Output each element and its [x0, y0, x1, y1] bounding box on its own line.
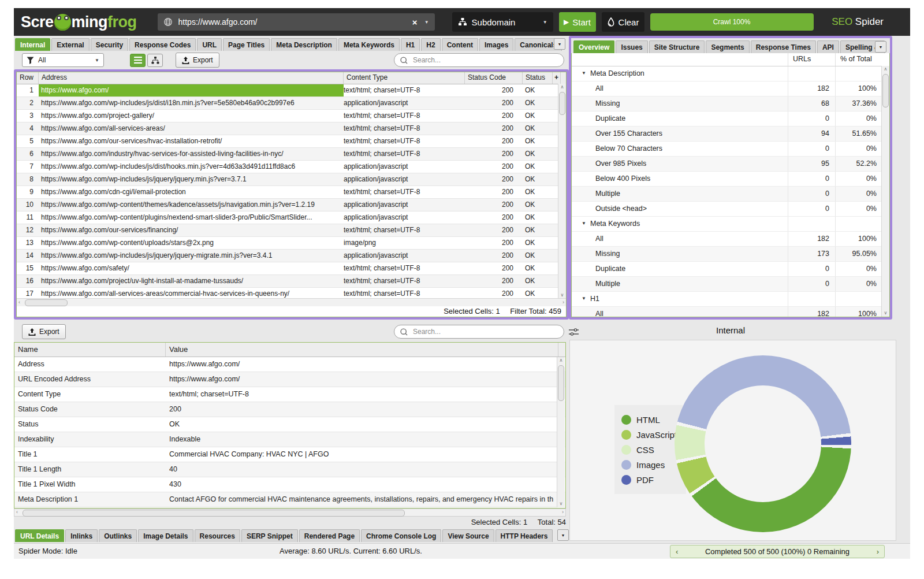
scroll-left-icon[interactable]: ‹ — [18, 299, 20, 306]
address-cell[interactable]: https://www.afgo.com/our-services/hvac-i… — [39, 135, 344, 147]
crawl-mode-select[interactable]: Subdomain ▼ — [452, 12, 553, 32]
details-row[interactable]: Title 1Commercial HVAC Company: HVAC NYC… — [14, 447, 565, 462]
overview-row[interactable]: Over 155 Characters9451.65% — [572, 127, 889, 142]
details-row[interactable]: Content Typetext/html; charset=UTF-8 — [14, 387, 565, 402]
collapse-caret-icon[interactable] — [582, 232, 590, 246]
details-row[interactable]: Title 1 Pixel Width430 — [14, 477, 565, 492]
address-cell[interactable]: https://www.afgo.com/wp-includes/js/jque… — [39, 173, 344, 185]
table-row[interactable]: 1https://www.afgo.com/text/html; charset… — [17, 84, 566, 97]
address-cell[interactable]: https://www.afgo.com/all-services-areas/ — [39, 123, 344, 135]
collapse-caret-icon[interactable] — [582, 112, 590, 126]
search-input[interactable] — [412, 327, 558, 336]
bottom-tab[interactable]: Rendered Page — [299, 529, 360, 542]
column-header-address[interactable]: Address — [39, 72, 344, 84]
address-cell[interactable]: https://www.afgo.com/our-services/financ… — [39, 224, 344, 236]
overview-row[interactable]: Multiple00% — [572, 187, 889, 202]
main-tab[interactable]: Internal — [15, 38, 50, 51]
bottom-tab[interactable]: Image Details — [138, 529, 193, 542]
bottom-tab[interactable]: Inlinks — [65, 529, 98, 542]
table-row[interactable]: 2https://www.afgo.com/wp-includes/js/dis… — [17, 97, 566, 110]
address-cell[interactable]: https://www.afgo.com/cdn-cgi/l/email-pro… — [39, 186, 344, 198]
overview-tab[interactable]: Response Times — [751, 40, 816, 53]
scroll-up-icon[interactable]: ∧ — [561, 84, 564, 91]
address-cell[interactable]: https://www.afgo.com/wp-content/uploads/… — [39, 237, 344, 249]
table-row[interactable]: 9https://www.afgo.com/cdn-cgi/l/email-pr… — [17, 186, 566, 199]
collapse-caret-icon[interactable] — [582, 187, 590, 201]
overview-row[interactable]: Missing6837.36% — [572, 96, 889, 112]
scroll-right-icon[interactable]: › — [562, 299, 564, 306]
collapse-caret-icon[interactable]: ▼ — [582, 217, 590, 231]
overview-row[interactable]: All182100% — [572, 232, 889, 247]
horizontal-scrollbar[interactable]: ‹ › — [14, 509, 566, 517]
legend-entry[interactable]: Images — [621, 457, 677, 472]
main-tab[interactable]: Security — [91, 38, 128, 51]
legend-entry[interactable]: JavaScript — [621, 427, 677, 442]
details-row[interactable]: Addresshttps://www.afgo.com/ — [14, 357, 565, 372]
details-row[interactable]: Title 1 Length40 — [14, 462, 565, 477]
overview-row[interactable]: ▼Meta Keywords — [572, 217, 889, 232]
details-row[interactable]: StatusOK — [14, 417, 565, 432]
main-tab[interactable]: Content — [442, 38, 478, 51]
main-tabs-overflow-button[interactable]: ▼ — [554, 38, 565, 50]
address-cell[interactable]: https://www.afgo.com/project/uv-light-in… — [39, 275, 344, 287]
collapse-caret-icon[interactable]: ▼ — [582, 292, 590, 306]
column-header-urls[interactable]: URLs — [788, 53, 835, 66]
overview-row[interactable]: Multiple00% — [572, 277, 889, 292]
horizontal-scrollbar[interactable]: ‹ › — [17, 298, 566, 306]
legend-entry[interactable]: CSS — [621, 442, 677, 457]
address-cell[interactable]: https://www.afgo.com/wp-includes/js/jque… — [39, 250, 344, 262]
main-tab[interactable]: H1 — [401, 38, 420, 51]
vertical-scrollbar[interactable]: ∧ ∨ — [558, 84, 566, 299]
table-row[interactable]: 6https://www.afgo.com/industry/hvac-serv… — [17, 148, 566, 161]
overview-row[interactable]: Below 70 Characters00% — [572, 142, 889, 157]
clear-url-icon[interactable]: × — [412, 17, 418, 27]
overview-tab[interactable]: API — [817, 40, 839, 53]
column-header-value[interactable]: Value — [166, 343, 558, 357]
scroll-left-icon[interactable]: ‹ — [16, 509, 18, 515]
column-header-pct[interactable]: % of Total — [835, 53, 882, 66]
address-cell[interactable]: https://www.afgo.com/wp-includes/js/dist… — [39, 161, 344, 173]
column-header-name[interactable]: Name — [14, 343, 166, 357]
address-cell[interactable]: https://www.afgo.com/project-gallery/ — [39, 110, 344, 122]
export-button[interactable]: Export — [22, 324, 66, 339]
export-button[interactable]: Export — [176, 53, 219, 68]
scroll-up-icon[interactable]: ∧ — [884, 66, 888, 73]
filter-select[interactable]: All ▼ — [22, 53, 104, 67]
overview-tab[interactable]: Segments — [706, 40, 749, 53]
table-row[interactable]: 4https://www.afgo.com/all-services-areas… — [17, 123, 566, 135]
table-row[interactable]: 12https://www.afgo.com/our-services/fina… — [17, 224, 566, 237]
overview-tab[interactable]: Overview — [573, 40, 614, 53]
column-header-status[interactable]: Status — [523, 72, 553, 84]
url-input[interactable] — [177, 17, 412, 27]
scroll-up-icon[interactable]: ∧ — [560, 357, 563, 364]
table-row[interactable]: 10https://www.afgo.com/wp-content/themes… — [17, 199, 566, 211]
main-tab[interactable]: Meta Description — [271, 38, 337, 51]
collapse-caret-icon[interactable] — [582, 262, 590, 276]
address-cell[interactable]: https://www.afgo.com/wp-content/themes/k… — [39, 199, 344, 211]
collapse-caret-icon[interactable]: ▼ — [582, 66, 590, 81]
bottom-tab[interactable]: URL Details — [15, 529, 64, 542]
collapse-caret-icon[interactable] — [582, 81, 590, 96]
address-cell[interactable]: https://www.afgo.com/industry/hvac-servi… — [39, 148, 344, 160]
clear-button[interactable]: Clear — [602, 12, 644, 32]
table-row[interactable]: 17https://www.afgo.com/all-services-area… — [17, 288, 566, 298]
table-row[interactable]: 7https://www.afgo.com/wp-includes/js/dis… — [17, 161, 566, 173]
vertical-scrollbar[interactable]: ∧ ∨ — [557, 357, 565, 507]
table-row[interactable]: 13https://www.afgo.com/wp-content/upload… — [17, 237, 566, 250]
bottom-tab[interactable]: HTTP Headers — [495, 529, 553, 542]
search-box[interactable] — [394, 325, 564, 339]
list-view-button[interactable] — [130, 54, 146, 67]
address-cell[interactable]: https://www.afgo.com/wp-includes/js/dist… — [39, 97, 344, 109]
url-bar[interactable]: × ▼ — [158, 13, 435, 31]
scrollbar-thumb[interactable] — [25, 299, 68, 306]
bottom-tab[interactable]: View Source — [442, 529, 494, 542]
overview-row[interactable]: Duplicate00% — [572, 112, 889, 127]
start-button[interactable]: ▶ Start — [559, 12, 596, 32]
scrollbar-thumb[interactable] — [558, 365, 564, 401]
scroll-down-icon[interactable]: ∨ — [560, 500, 563, 507]
bottom-tabs-overflow-button[interactable]: ▼ — [557, 529, 569, 541]
collapse-caret-icon[interactable] — [582, 142, 590, 156]
table-row[interactable]: 5https://www.afgo.com/our-services/hvac-… — [17, 135, 566, 148]
column-header-content-type[interactable]: Content Type — [344, 72, 465, 84]
overview-row[interactable]: All182100% — [572, 307, 889, 317]
